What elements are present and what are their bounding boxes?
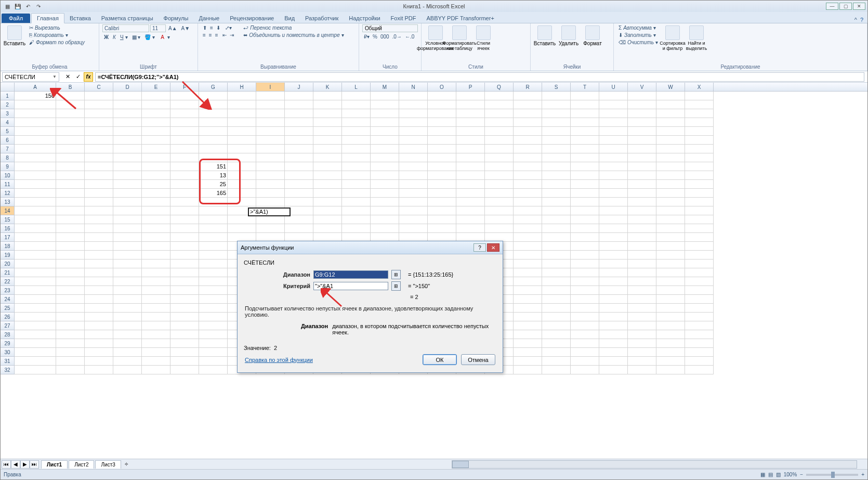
cell-W10[interactable] (656, 171, 685, 180)
cut-button[interactable]: ✂ Вырезать (28, 24, 86, 31)
cell-T24[interactable] (571, 295, 599, 304)
cell-W3[interactable] (656, 109, 685, 118)
cell-S1[interactable] (542, 92, 571, 100)
cell-E24[interactable] (142, 295, 170, 304)
cell-G15[interactable] (199, 215, 228, 224)
cell-F27[interactable] (170, 321, 199, 330)
row-header-3[interactable]: 3 (1, 109, 15, 118)
row-header-23[interactable]: 23 (1, 286, 15, 295)
cell-O15[interactable] (428, 215, 456, 224)
cell-C14[interactable] (85, 206, 113, 215)
cell-F7[interactable] (170, 145, 199, 153)
cell-U10[interactable] (599, 171, 628, 180)
insert-cells-button[interactable]: Вставить (534, 24, 556, 63)
cell-I11[interactable] (256, 180, 285, 189)
cell-R7[interactable] (514, 145, 542, 153)
cell-X17[interactable] (685, 233, 714, 242)
cell-N11[interactable] (399, 180, 428, 189)
cell-N12[interactable] (399, 189, 428, 198)
zoom-in-icon[interactable]: + (861, 472, 864, 477)
paste-button[interactable]: Вставить (4, 24, 25, 63)
cell-I8[interactable] (256, 153, 285, 162)
cell-M3[interactable] (371, 109, 399, 118)
cell-W22[interactable] (656, 277, 685, 286)
row-header-15[interactable]: 15 (1, 215, 15, 224)
col-header-O[interactable]: O (428, 83, 456, 91)
cell-H11[interactable] (228, 180, 256, 189)
cell-Q8[interactable] (485, 153, 514, 162)
cell-A24[interactable] (15, 295, 56, 304)
align-bottom-icon[interactable]: ⬇ (215, 24, 222, 31)
cell-G14[interactable] (199, 206, 228, 215)
dialog-titlebar[interactable]: Аргументы функции ? ✕ (238, 241, 503, 254)
cell-V18[interactable] (628, 242, 656, 251)
cell-G23[interactable] (199, 286, 228, 295)
cell-C27[interactable] (85, 321, 113, 330)
cell-V14[interactable] (628, 206, 656, 215)
cell-E25[interactable] (142, 304, 170, 313)
cell-Q11[interactable] (485, 180, 514, 189)
cell-G16[interactable] (199, 224, 228, 233)
cell-W32[interactable] (656, 366, 685, 374)
cell-O7[interactable] (428, 145, 456, 153)
cell-A1[interactable]: 150 (15, 92, 56, 100)
cell-O5[interactable] (428, 127, 456, 136)
cell-R25[interactable] (514, 304, 542, 313)
cell-K5[interactable] (313, 127, 342, 136)
align-right-icon[interactable]: ≡ (214, 32, 220, 38)
cell-H7[interactable] (228, 145, 256, 153)
cell-I15[interactable] (256, 215, 285, 224)
cell-L1[interactable] (342, 92, 371, 100)
cell-X15[interactable] (685, 215, 714, 224)
cell-U31[interactable] (599, 357, 628, 366)
row-header-12[interactable]: 12 (1, 189, 15, 198)
cell-C12[interactable] (85, 189, 113, 198)
view-pagelayout-icon[interactable]: ▤ (768, 472, 773, 477)
cell-B14[interactable] (56, 206, 85, 215)
cell-V29[interactable] (628, 339, 656, 348)
cell-Q14[interactable] (485, 206, 514, 215)
cell-D1[interactable] (113, 92, 142, 100)
cell-R14[interactable] (514, 206, 542, 215)
cell-L7[interactable] (342, 145, 371, 153)
cell-H2[interactable] (228, 100, 256, 109)
cell-L10[interactable] (342, 171, 371, 180)
increase-indent-icon[interactable]: ⇥ (228, 32, 235, 38)
cell-U4[interactable] (599, 118, 628, 127)
cell-T5[interactable] (571, 127, 599, 136)
cell-Q6[interactable] (485, 136, 514, 145)
cell-T26[interactable] (571, 313, 599, 321)
cell-B21[interactable] (56, 268, 85, 277)
row-header-30[interactable]: 30 (1, 348, 15, 357)
cell-S13[interactable] (542, 198, 571, 206)
cell-A25[interactable] (15, 304, 56, 313)
zoom-level[interactable]: 100% (784, 472, 797, 477)
align-top-icon[interactable]: ⬆ (201, 24, 208, 31)
cell-U23[interactable] (599, 286, 628, 295)
cell-V15[interactable] (628, 215, 656, 224)
cell-R28[interactable] (514, 330, 542, 339)
cell-X3[interactable] (685, 109, 714, 118)
cell-R27[interactable] (514, 321, 542, 330)
cell-R4[interactable] (514, 118, 542, 127)
cell-S4[interactable] (542, 118, 571, 127)
cell-R20[interactable] (514, 260, 542, 268)
cell-B18[interactable] (56, 242, 85, 251)
cell-Q12[interactable] (485, 189, 514, 198)
cell-B22[interactable] (56, 277, 85, 286)
cell-X9[interactable] (685, 162, 714, 171)
cell-B5[interactable] (56, 127, 85, 136)
cell-T31[interactable] (571, 357, 599, 366)
file-tab[interactable]: Файл (2, 14, 30, 23)
cell-B24[interactable] (56, 295, 85, 304)
col-header-B[interactable]: B (56, 83, 85, 91)
cell-L3[interactable] (342, 109, 371, 118)
save-icon[interactable]: 💾 (13, 2, 22, 10)
ribbon-minimize-icon[interactable]: ^ (854, 17, 857, 23)
font-color-button[interactable]: A ▾ (157, 33, 172, 41)
cell-D30[interactable] (113, 348, 142, 357)
col-header-P[interactable]: P (456, 83, 485, 91)
cell-A6[interactable] (15, 136, 56, 145)
cell-T14[interactable] (571, 206, 599, 215)
cell-R21[interactable] (514, 268, 542, 277)
